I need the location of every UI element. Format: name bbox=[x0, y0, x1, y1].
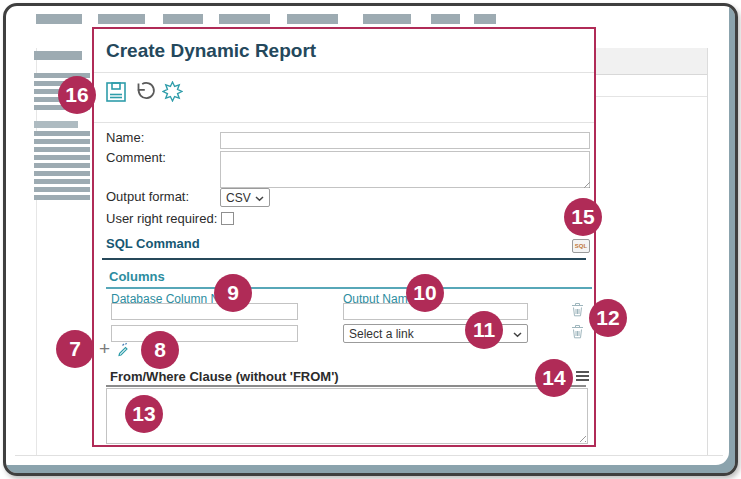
save-floppy-icon bbox=[105, 81, 127, 106]
hamburger-menu-icon bbox=[576, 371, 590, 381]
divider bbox=[94, 72, 594, 73]
db-column-input-row2[interactable] bbox=[111, 325, 298, 342]
name-input[interactable] bbox=[220, 132, 590, 149]
undo-arrow-icon bbox=[132, 80, 156, 107]
screenshot-canvas: Create Dynamic Report bbox=[0, 0, 741, 479]
menu-tab-placeholder bbox=[36, 14, 82, 24]
chevron-down-icon bbox=[513, 327, 522, 341]
callout-badge-11: 11 bbox=[465, 311, 503, 349]
section-divider bbox=[102, 258, 586, 260]
user-right-checkbox[interactable] bbox=[221, 212, 234, 225]
page-panel-border bbox=[707, 48, 708, 455]
star-burst-icon bbox=[162, 81, 183, 105]
callout-badge-7: 7 bbox=[56, 330, 94, 368]
new-report-button[interactable] bbox=[160, 81, 184, 105]
menu-tab-placeholder bbox=[431, 14, 460, 24]
from-where-label: From/Where Clause (without 'FROM') bbox=[110, 369, 339, 384]
delete-row2-button[interactable] bbox=[570, 324, 584, 340]
callout-badge-10: 10 bbox=[406, 274, 444, 312]
callout-badge-12: 12 bbox=[589, 299, 627, 337]
output-format-select[interactable]: CSV bbox=[220, 188, 270, 207]
sidebar-title-placeholder bbox=[34, 51, 82, 60]
menu-tab-placeholder bbox=[287, 14, 338, 24]
callout-badge-15: 15 bbox=[564, 198, 602, 236]
callout-badge-9: 9 bbox=[214, 274, 252, 312]
db-column-input-row1[interactable] bbox=[111, 303, 298, 320]
create-dynamic-report-dialog: Create Dynamic Report bbox=[92, 27, 596, 447]
chevron-down-icon bbox=[255, 191, 264, 205]
save-button[interactable] bbox=[104, 81, 128, 105]
output-format-value: CSV bbox=[226, 191, 251, 205]
comment-textarea[interactable] bbox=[220, 151, 590, 188]
menu-tab-placeholder bbox=[163, 14, 203, 24]
menu-tab-placeholder bbox=[474, 14, 496, 24]
page-bottom-border bbox=[15, 455, 723, 456]
from-where-divider bbox=[106, 385, 586, 387]
sql-editor-icon[interactable]: SQL bbox=[572, 239, 590, 253]
plus-icon: + bbox=[99, 338, 110, 359]
user-right-label: User right required: bbox=[106, 211, 217, 226]
link-select-value: Select a link bbox=[349, 327, 414, 341]
comment-label: Comment: bbox=[106, 150, 166, 165]
from-where-options-button[interactable] bbox=[576, 371, 590, 383]
sidebar-text-placeholder bbox=[34, 131, 90, 200]
name-label: Name: bbox=[106, 130, 144, 145]
columns-divider bbox=[106, 287, 592, 289]
auto-generate-columns-button[interactable] bbox=[113, 341, 129, 357]
sql-command-header: SQL Command bbox=[106, 236, 200, 251]
menu-tab-placeholder bbox=[363, 14, 411, 24]
menu-tab-placeholder bbox=[98, 14, 145, 24]
trash-icon bbox=[571, 327, 584, 342]
callout-badge-8: 8 bbox=[141, 331, 179, 369]
callout-badge-14: 14 bbox=[535, 359, 573, 397]
from-where-textarea[interactable] bbox=[106, 388, 588, 444]
output-format-label: Output format: bbox=[106, 189, 189, 204]
delete-row1-button[interactable] bbox=[570, 302, 584, 318]
menu-tab-placeholder bbox=[219, 14, 270, 24]
undo-button[interactable] bbox=[132, 81, 156, 105]
pencil-wand-icon bbox=[113, 345, 129, 360]
add-column-button[interactable]: + bbox=[97, 341, 112, 356]
dialog-title: Create Dynamic Report bbox=[106, 40, 316, 62]
sidebar-title-placeholder bbox=[34, 121, 78, 128]
divider bbox=[94, 122, 594, 123]
callout-badge-16: 16 bbox=[58, 76, 96, 114]
callout-badge-13: 13 bbox=[125, 395, 163, 433]
columns-header: Columns bbox=[109, 269, 165, 284]
trash-icon bbox=[571, 305, 584, 320]
